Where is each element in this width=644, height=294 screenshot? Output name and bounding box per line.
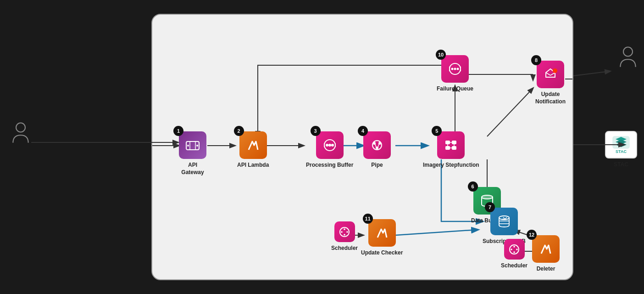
svg-line-13 bbox=[395, 230, 478, 235]
pipe-icon: 4 bbox=[363, 131, 391, 159]
update-checker-icon: 11 bbox=[368, 219, 396, 247]
step-badge-4: 4 bbox=[358, 126, 368, 136]
svg-point-63 bbox=[511, 249, 512, 250]
pipe-wrap: 4 Pipe bbox=[363, 131, 391, 169]
update-notification-icon: 8 bbox=[537, 61, 564, 88]
svg-rect-36 bbox=[452, 141, 456, 144]
svg-point-28 bbox=[331, 144, 334, 147]
diagram-box: 1 APIGateway 2 API Lambda 3 bbox=[151, 14, 573, 280]
user-left bbox=[9, 122, 32, 145]
processing-buffer-wrap: 3 Processing Buffer bbox=[306, 131, 353, 169]
gateway-label: APIGateway bbox=[181, 162, 204, 176]
update-checker-wrap: 11 Update Checker bbox=[361, 219, 403, 257]
api-lambda-wrap: 2 API Lambda bbox=[237, 131, 269, 169]
scheduler-12-label: Scheduler bbox=[501, 262, 527, 270]
svg-point-66 bbox=[513, 251, 515, 253]
svg-point-44 bbox=[482, 195, 493, 199]
stac-icon: STAC bbox=[605, 131, 637, 158]
scheduler-11-label: Scheduler bbox=[331, 245, 358, 252]
svg-point-50 bbox=[553, 68, 557, 73]
update-notification-label: Update Notification bbox=[528, 91, 572, 105]
svg-line-68 bbox=[573, 71, 610, 76]
svg-point-26 bbox=[326, 144, 328, 147]
svg-point-0 bbox=[16, 123, 25, 132]
update-checker-label: Update Checker bbox=[361, 249, 403, 257]
svg-rect-37 bbox=[445, 146, 450, 150]
pipe-label: Pipe bbox=[371, 162, 383, 169]
svg-line-48 bbox=[546, 73, 550, 75]
api-lambda-label: API Lambda bbox=[237, 162, 269, 169]
failure-queue-icon: 10 bbox=[441, 55, 469, 83]
imagery-stepfunction-wrap: 5 Imagery Stepfunction bbox=[423, 131, 479, 169]
failure-queue-wrap: 10 Failure Queue bbox=[437, 55, 473, 93]
svg-point-59 bbox=[344, 228, 345, 230]
step-badge-1: 1 bbox=[173, 126, 183, 136]
scheduler-12-wrap: Scheduler bbox=[501, 239, 527, 270]
step-badge-11: 11 bbox=[363, 214, 373, 224]
scheduler-11-icon bbox=[334, 221, 355, 242]
svg-point-65 bbox=[516, 249, 518, 250]
user-right-icon bbox=[616, 46, 639, 69]
svg-point-58 bbox=[341, 231, 343, 233]
imagery-stepfunction-icon: 5 bbox=[437, 131, 465, 159]
scheduler-11-wrap: Scheduler bbox=[331, 221, 358, 252]
step-badge-12: 12 bbox=[527, 230, 537, 240]
svg-point-64 bbox=[513, 246, 515, 248]
processing-buffer-icon: 3 bbox=[316, 131, 344, 159]
svg-point-54 bbox=[457, 68, 459, 70]
stac-wrap: STAC STAC bbox=[605, 131, 637, 169]
step-badge-7: 7 bbox=[485, 202, 495, 212]
stac-label: STAC bbox=[614, 161, 628, 169]
deleter-icon: 12 bbox=[532, 235, 560, 263]
scheduler-12-icon bbox=[504, 239, 525, 260]
user-right bbox=[616, 46, 639, 69]
subscription-db-icon: 7 bbox=[490, 208, 518, 235]
step-badge-6: 6 bbox=[468, 181, 478, 192]
step-badge-8: 8 bbox=[531, 55, 541, 65]
svg-point-53 bbox=[454, 68, 456, 70]
deleter-label: Deleter bbox=[537, 266, 555, 273]
step-badge-10: 10 bbox=[436, 50, 446, 60]
deleter-wrap: 12 Deleter bbox=[532, 235, 560, 273]
svg-point-61 bbox=[344, 234, 345, 236]
svg-rect-35 bbox=[445, 141, 450, 144]
failure-queue-label: Failure Queue bbox=[437, 85, 473, 93]
gateway-wrap: 1 APIGateway bbox=[179, 131, 206, 176]
svg-line-33 bbox=[375, 144, 376, 147]
imagery-stepfunction-label: Imagery Stepfunction bbox=[423, 162, 479, 169]
svg-point-23 bbox=[187, 145, 189, 147]
user-left-icon bbox=[9, 122, 32, 145]
svg-line-9 bbox=[487, 88, 533, 136]
svg-point-1 bbox=[623, 47, 633, 57]
svg-line-34 bbox=[378, 144, 379, 147]
svg-point-27 bbox=[328, 144, 331, 147]
step-badge-3: 3 bbox=[311, 126, 321, 136]
update-notification-wrap: 8 Update Notification bbox=[528, 61, 572, 105]
step-badge-5: 5 bbox=[432, 126, 442, 136]
svg-line-49 bbox=[550, 73, 555, 75]
svg-rect-38 bbox=[452, 146, 456, 150]
svg-point-52 bbox=[451, 68, 454, 70]
processing-buffer-label: Processing Buffer bbox=[306, 162, 353, 169]
svg-point-24 bbox=[196, 145, 198, 147]
api-lambda-icon: 2 bbox=[239, 131, 267, 159]
step-badge-2: 2 bbox=[234, 126, 244, 136]
svg-point-60 bbox=[346, 231, 348, 233]
gateway-icon: 1 bbox=[179, 131, 206, 159]
